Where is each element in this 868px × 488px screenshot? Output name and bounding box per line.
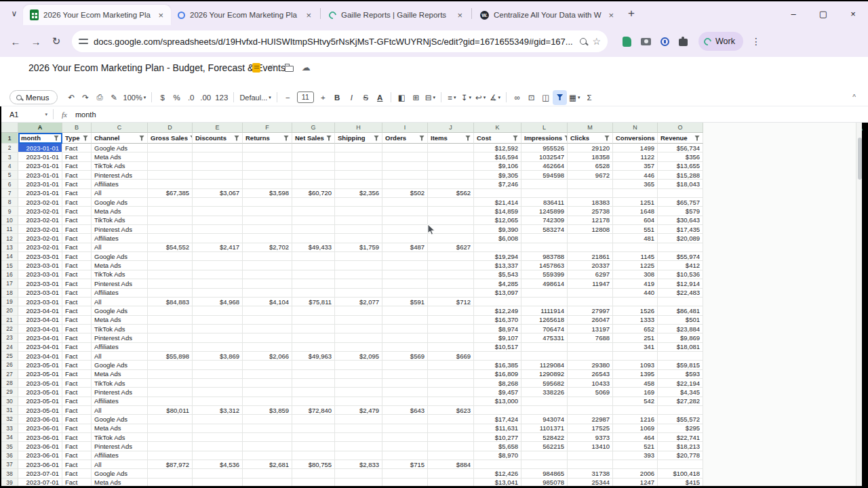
- cell-E12[interactable]: [193, 234, 243, 243]
- extension-green-icon[interactable]: [623, 37, 631, 47]
- cell-G16[interactable]: [292, 270, 335, 279]
- cell-O26[interactable]: $59,815: [658, 361, 703, 369]
- cell-A10[interactable]: 2023-02-01: [18, 216, 62, 225]
- cell-H38[interactable]: [335, 469, 382, 478]
- close-tab-icon[interactable]: ×: [156, 10, 165, 20]
- cell-F24[interactable]: [243, 343, 292, 352]
- cell-I38[interactable]: [382, 469, 428, 478]
- cell-G22[interactable]: [292, 325, 335, 333]
- cell-A38[interactable]: 2023-07-01: [18, 469, 62, 478]
- cell-E6[interactable]: [193, 180, 243, 188]
- cell-K23[interactable]: $9,107: [474, 333, 521, 342]
- cell-F2[interactable]: [243, 144, 292, 152]
- cell-A35[interactable]: 2023-06-01: [18, 442, 62, 451]
- font-size-decrease-button[interactable]: −: [281, 90, 295, 105]
- row-number-32[interactable]: 32: [1, 415, 18, 424]
- cell-L18[interactable]: [521, 289, 568, 298]
- cell-M33[interactable]: 17525: [568, 424, 613, 433]
- column-header-B[interactable]: B: [62, 123, 92, 133]
- row-number-38[interactable]: 38: [1, 469, 18, 478]
- filter-funnel-icon[interactable]: [139, 136, 144, 141]
- cell-D37[interactable]: $87,972: [148, 460, 193, 469]
- label-badge-icon[interactable]: [252, 63, 260, 73]
- cell-E4[interactable]: [193, 162, 243, 171]
- cell-G7[interactable]: $60,720: [292, 189, 335, 198]
- cell-B39[interactable]: Fact: [62, 479, 92, 486]
- cell-J9[interactable]: [428, 207, 474, 216]
- row-number-23[interactable]: 23: [1, 333, 18, 342]
- cell-D9[interactable]: [148, 207, 193, 216]
- cell-M10[interactable]: 12178: [568, 216, 613, 225]
- cell-D2[interactable]: [148, 144, 193, 152]
- cell-L8[interactable]: 836411: [521, 198, 568, 207]
- cell-B1[interactable]: Type: [62, 133, 92, 144]
- cell-I32[interactable]: [382, 415, 428, 424]
- filter-funnel-icon[interactable]: [513, 136, 518, 141]
- cell-K39[interactable]: $13,041: [474, 479, 521, 486]
- cell-O33[interactable]: $295: [658, 424, 703, 433]
- increase-decimal-button[interactable]: .00: [198, 90, 213, 105]
- cell-B18[interactable]: Fact: [62, 289, 92, 298]
- cell-N4[interactable]: 357: [613, 162, 658, 171]
- column-header-O[interactable]: O: [658, 123, 703, 133]
- cell-B10[interactable]: Fact: [62, 216, 92, 225]
- cell-O34[interactable]: $22,741: [658, 433, 703, 442]
- cell-B27[interactable]: Fact: [62, 370, 92, 379]
- cell-K22[interactable]: $8,974: [474, 325, 521, 333]
- cell-M15[interactable]: 20337: [568, 261, 613, 270]
- cell-C26[interactable]: Google Ads: [92, 361, 148, 369]
- cell-B26[interactable]: Fact: [62, 361, 92, 369]
- bold-button[interactable]: B: [330, 90, 344, 105]
- cell-M12[interactable]: [568, 234, 613, 243]
- cell-K17[interactable]: $4,285: [474, 279, 521, 288]
- menus-search-button[interactable]: Menus: [9, 90, 58, 104]
- scrollbar-thumb[interactable]: [858, 138, 862, 180]
- cell-I17[interactable]: [382, 279, 428, 288]
- cell-M38[interactable]: 31738: [568, 469, 613, 478]
- cell-O6[interactable]: $18,043: [658, 180, 703, 188]
- cell-M29[interactable]: 5069: [568, 388, 613, 396]
- cell-F35[interactable]: [243, 442, 292, 451]
- cell-E8[interactable]: [193, 198, 243, 207]
- cell-J37[interactable]: $884: [428, 460, 474, 469]
- cell-G33[interactable]: [292, 424, 335, 433]
- cell-B25[interactable]: Fact: [62, 352, 92, 361]
- cell-K32[interactable]: $17,424: [474, 415, 521, 424]
- cell-J4[interactable]: [428, 162, 474, 171]
- cell-E36[interactable]: [193, 451, 243, 460]
- cell-A32[interactable]: 2023-06-01: [18, 415, 62, 424]
- cell-E9[interactable]: [193, 207, 243, 216]
- cell-I12[interactable]: [382, 234, 428, 243]
- cell-O18[interactable]: $22,483: [658, 289, 703, 298]
- cell-B37[interactable]: Fact: [62, 460, 92, 469]
- cell-J39[interactable]: [428, 479, 474, 486]
- cell-H26[interactable]: [335, 361, 382, 369]
- cell-H9[interactable]: [335, 207, 382, 216]
- cell-A6[interactable]: 2023-01-01: [18, 180, 62, 188]
- cell-D3[interactable]: [148, 152, 193, 161]
- extension-password-icon[interactable]: [660, 37, 669, 46]
- cell-F15[interactable]: [243, 261, 292, 270]
- cell-C37[interactable]: All: [92, 460, 148, 469]
- cell-N18[interactable]: 440: [613, 289, 658, 298]
- cell-B23[interactable]: Fact: [62, 333, 92, 342]
- cell-J24[interactable]: [428, 343, 474, 352]
- cell-C12[interactable]: Affiliates: [92, 234, 148, 243]
- filter-funnel-icon[interactable]: [465, 136, 471, 141]
- cell-B15[interactable]: Fact: [62, 261, 92, 270]
- cell-A3[interactable]: 2023-01-01: [18, 152, 62, 161]
- cell-H35[interactable]: [335, 442, 382, 451]
- cell-A18[interactable]: 2023-03-01: [18, 289, 62, 298]
- cell-D21[interactable]: [148, 316, 193, 325]
- tab-spreadsheet-active[interactable]: 2026 Your Ecom Marketing Pla ×: [23, 5, 171, 25]
- cell-A27[interactable]: 2023-05-01: [18, 370, 62, 379]
- cell-B7[interactable]: Fact: [62, 189, 92, 198]
- cell-L37[interactable]: [521, 460, 568, 469]
- cell-M14[interactable]: 21861: [568, 252, 613, 261]
- cell-A17[interactable]: 2023-03-01: [18, 279, 62, 288]
- cell-C15[interactable]: Meta Ads: [92, 261, 148, 270]
- zoom-select[interactable]: 100%▾: [121, 90, 149, 105]
- cell-F20[interactable]: [243, 306, 292, 315]
- cell-G32[interactable]: [292, 415, 335, 424]
- cell-F6[interactable]: [243, 180, 292, 188]
